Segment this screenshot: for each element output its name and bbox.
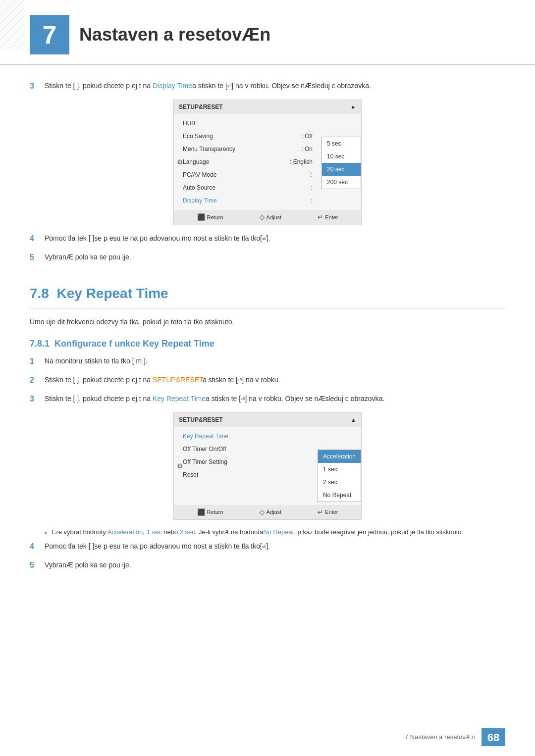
step-781-4: 4 Pomoc tla tek [ ]se p esu te na po ado… (30, 541, 505, 553)
menu1-item-displaytime: Display Time : (179, 194, 317, 207)
menu1-gear-icon: ⚙ (177, 157, 183, 167)
key-repeat-time-highlight: Key Repeat Time (153, 395, 206, 403)
section-78-header: 7.8 Key Repeat Time (30, 283, 505, 308)
menu1-item-pcav: PC/AV Mode : (179, 168, 317, 181)
menu1-item-language: Language : English (179, 155, 317, 168)
step-3-intro: 3 Stiskn te [ ], pokud chcete p ej t na … (30, 80, 505, 92)
main-content: 3 Stiskn te [ ], pokud chcete p ej t na … (0, 80, 535, 571)
menu-title-bar-2: SETUP&RESET ▲ (174, 413, 361, 427)
menu1-title: SETUP&RESET (179, 102, 223, 111)
bullet-dot: ● (45, 530, 52, 536)
menu2-items: Key Repeat Time Off Timer On/Off Off Tim… (174, 430, 318, 502)
menu1-arrow: ► (351, 103, 356, 111)
footer-text: 7 Nastaven a resetovÆn (405, 732, 476, 742)
display-time-highlight: Display Time (153, 82, 192, 90)
menu1-footer-return: ⬛ Return (197, 212, 223, 222)
bullet-note: ● Lze vybrat hodnoty Acceleration, 1 sec… (45, 527, 505, 538)
submenu1-5sec: 5 sec (322, 137, 361, 150)
menu2-arrow: ▲ (351, 416, 356, 424)
step-781-number-4: 4 (30, 541, 45, 553)
norepeat-highlight: No Repeat (263, 528, 294, 536)
subsection-781-title: 7.8.1 Konfigurace f unkce Key Repeat Tim… (30, 337, 505, 351)
menu2-item-offtimer: Off Timer On/Off (179, 443, 313, 455)
enter-icon: ↵ (318, 212, 323, 222)
section-78-title: 7.8 Key Repeat Time (30, 283, 505, 308)
setup-reset-highlight: SETUP&RESET (153, 376, 203, 384)
step-781-number-5: 5 (30, 559, 45, 571)
menu2-footer-enter: ↵ Enter (318, 507, 338, 517)
menu-screenshot-2: SETUP&RESET ▲ ⚙ Key Repeat Time Off Time… (173, 412, 362, 520)
menu2-footer-return: ⬛ Return (197, 507, 223, 517)
menu2-title: SETUP&RESET (179, 415, 223, 424)
submenu2-acceleration: Acceleration (318, 450, 361, 463)
step-3-text: Stiskn te [ ], pokud chcete p ej t na Di… (45, 80, 371, 91)
step-5-intro-text: VybranÆ polo ka se pou ije. (45, 252, 131, 262)
adjust-icon-2: ◇ (260, 507, 265, 517)
hatch-decoration (0, 0, 25, 50)
menu-title-bar-1: SETUP&RESET ► (174, 100, 361, 114)
chapter-title: Nastaven a resetovÆn (79, 21, 270, 48)
acceleration-highlight: Acceleration (107, 528, 143, 536)
step-781-1-text: Na monitoru stiskn te tla tko [ m ]. (45, 355, 148, 366)
menu1-item-autosource: Auto Source : (179, 181, 317, 194)
step-781-1: 1 Na monitoru stiskn te tla tko [ m ]. (30, 355, 505, 367)
menu1-body: ⚙ HUB Eco Saving : Off Menu Transparency… (174, 114, 361, 210)
step-781-3: 3 Stiskn te [ ], pokud chcete p ej t na … (30, 393, 505, 405)
menu2-item-keyrepeat: Key Repeat Time (179, 430, 313, 443)
step-5-intro: 5 VybranÆ polo ka se pou ije. (30, 252, 505, 263)
menu2-footer: ⬛ Return ◇ Adjust ↵ Enter (174, 505, 361, 520)
section-78-desc: Umo uje dit frekvenci odezvy tla tka, po… (30, 316, 505, 327)
menu1-item-hub: HUB (179, 117, 317, 130)
return-icon: ⬛ (197, 212, 205, 222)
2sec-highlight: 2 sec (180, 528, 195, 536)
menu2-item-reset: Reset (179, 468, 313, 481)
return-icon-2: ⬛ (197, 507, 205, 517)
chapter-number: 7 (30, 15, 69, 54)
step-781-4-text: Pomoc tla tek [ ]se p esu te na po adova… (45, 541, 270, 552)
step-781-2-text: Stiskn te [ ], pokud chcete p ej t na SE… (45, 374, 280, 385)
page-number: 68 (482, 728, 505, 746)
step-781-number-2: 2 (30, 374, 45, 386)
step-781-3-text: Stiskn te [ ], pokud chcete p ej t na Ke… (45, 393, 384, 404)
menu1-submenu: 5 sec 10 sec 20 sec 200 sec (321, 137, 361, 189)
menu1-footer-adjust: ◇ Adjust (260, 212, 282, 222)
step-781-number-3: 3 (30, 393, 45, 405)
menu1-item-transparency: Menu Transparency : On (179, 143, 317, 155)
bullet-text: Lze vybrat hodnoty Acceleration, 1 sec n… (52, 527, 463, 538)
menu2-submenu: Acceleration 1 sec 2 sec No Repeat (318, 450, 361, 502)
step-number-4-intro: 4 (30, 233, 45, 245)
step-4-intro: 4 Pomoc tla tek [ ]se p esu te na po ado… (30, 233, 505, 245)
step-number-5-intro: 5 (30, 252, 45, 263)
menu-screenshot-1: SETUP&RESET ► ⚙ HUB Eco Saving : Off Men… (173, 100, 362, 225)
submenu1-200sec: 200 sec (322, 176, 361, 189)
enter-icon-2: ↵ (318, 507, 323, 517)
step-4-intro-text: Pomoc tla tek [ ]se p esu te na po adova… (45, 233, 270, 244)
step-781-5-text: VybranÆ polo ka se pou ije. (45, 559, 131, 570)
1sec-highlight: 1 sec (147, 528, 162, 536)
step-number-3: 3 (30, 80, 45, 92)
step-781-number-1: 1 (30, 355, 45, 367)
page-footer: 7 Nastaven a resetovÆn 68 (405, 728, 505, 746)
menu2-gear-icon: ⚙ (177, 460, 183, 471)
adjust-icon: ◇ (260, 212, 265, 222)
menu1-footer-enter: ↵ Enter (318, 212, 338, 222)
step-781-5: 5 VybranÆ polo ka se pou ije. (30, 559, 505, 571)
submenu2-norepeat: No Repeat (318, 489, 361, 502)
menu2-body: ⚙ Key Repeat Time Off Timer On/Off Off T… (174, 427, 361, 505)
submenu1-20sec: 20 sec (322, 163, 361, 176)
submenu2-2sec: 2 sec (318, 476, 361, 489)
menu1-item-eco: Eco Saving : Off (179, 130, 317, 143)
menu1-footer: ⬛ Return ◇ Adjust ↵ Enter (174, 210, 361, 225)
menu2-footer-adjust: ◇ Adjust (260, 507, 282, 517)
submenu1-10sec: 10 sec (322, 150, 361, 163)
step-781-2: 2 Stiskn te [ ], pokud chcete p ej t na … (30, 374, 505, 386)
submenu2-1sec: 1 sec (318, 463, 361, 476)
menu2-item-offtimerset: Off Timer Setting (179, 455, 313, 468)
menu1-items: HUB Eco Saving : Off Menu Transparency :… (174, 117, 321, 207)
chapter-header: 7 Nastaven a resetovÆn (0, 0, 535, 65)
